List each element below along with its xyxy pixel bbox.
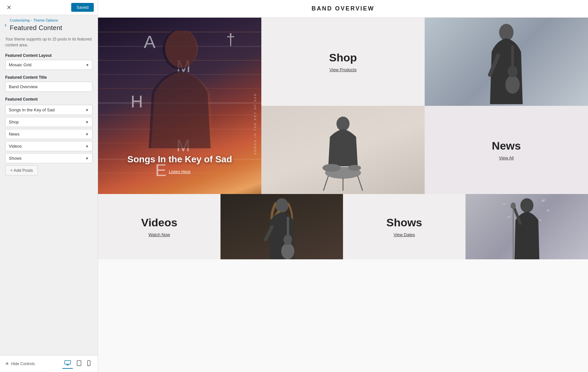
singer-figure xyxy=(501,194,553,259)
svg-point-24 xyxy=(520,198,533,213)
svg-rect-1 xyxy=(67,364,69,365)
grid-item-guitar-player xyxy=(220,194,343,259)
post-select-1[interactable]: Shop xyxy=(6,117,82,127)
typo-t: † xyxy=(226,30,235,49)
sidebar-content: Your theme supports up to 15 posts in it… xyxy=(0,32,98,355)
featured-item-title: Songs In the Key of Sad xyxy=(98,154,261,165)
shows-link[interactable]: View Dates xyxy=(394,232,415,237)
add-posts-button[interactable]: + Add Posts xyxy=(5,165,38,175)
section-title: Featured Content xyxy=(10,24,62,32)
svg-point-30 xyxy=(538,219,542,221)
drummer-placeholder xyxy=(261,106,425,194)
featured-listen-link[interactable]: Listen Here xyxy=(169,169,190,174)
guitarist-figure xyxy=(480,19,532,104)
svg-point-31 xyxy=(502,203,506,205)
preview-header: BAND OVERVIEW xyxy=(98,0,588,18)
singer-image-placeholder xyxy=(466,194,588,259)
desktop-icon-button[interactable] xyxy=(62,359,73,369)
featured-rotated-text: SONGS IN THE KEY OF SAD xyxy=(253,93,257,155)
svg-point-29 xyxy=(546,209,550,212)
post-select-row-2: News ▼ xyxy=(5,129,92,139)
layout-field-group: Featured Content Layout Mosaic Grid Slid… xyxy=(5,53,92,70)
bottom-row: Videos Watch Now xyxy=(98,194,588,259)
post-select-row-4: Shows ▼ xyxy=(5,153,92,163)
breadcrumb-theme-options[interactable]: Theme Options xyxy=(33,18,58,22)
featured-overlay: Songs In the Key of Sad Listen Here xyxy=(98,154,261,174)
layout-select[interactable]: Mosaic Grid Slider Grid xyxy=(5,60,92,70)
guitar-player-placeholder xyxy=(220,194,343,259)
featured-content-group: Featured Content Songs In the Key of Sad… xyxy=(5,97,92,175)
svg-point-4 xyxy=(79,365,79,365)
grid-item-singer-image xyxy=(466,194,588,259)
svg-line-18 xyxy=(358,176,363,191)
svg-rect-2 xyxy=(66,365,69,365)
svg-point-13 xyxy=(336,117,350,131)
helper-text: Your theme supports up to 15 posts in it… xyxy=(5,36,92,48)
post-select-4[interactable]: Shows xyxy=(6,154,82,163)
breadcrumb-customizing[interactable]: Customizing xyxy=(10,18,30,22)
post-chevron-4: ▼ xyxy=(82,156,92,160)
mobile-icon-button[interactable] xyxy=(85,359,92,369)
post-select-2[interactable]: News xyxy=(6,129,82,139)
svg-rect-0 xyxy=(65,361,71,364)
post-chevron-3: ▼ xyxy=(82,144,92,148)
back-button[interactable]: ‹ xyxy=(3,20,8,30)
customizer-sidebar: ✕ Saved ‹ Customizing • Theme Options Fe… xyxy=(0,0,98,372)
breadcrumb: Customizing • Theme Options xyxy=(10,18,62,22)
title-label: Featured Content Title xyxy=(5,75,92,80)
svg-point-11 xyxy=(505,75,520,94)
preview-title: BAND OVERVIEW xyxy=(312,5,375,12)
eye-icon: 👁 xyxy=(5,362,9,366)
tablet-icon-button[interactable] xyxy=(75,359,83,369)
layout-select-wrapper: Mosaic Grid Slider Grid ▼ xyxy=(5,60,92,70)
device-icons xyxy=(62,359,92,369)
breadcrumb-separator: • xyxy=(31,18,32,22)
post-select-3[interactable]: Videos xyxy=(6,141,82,151)
post-chevron-1: ▼ xyxy=(82,120,92,124)
svg-point-26 xyxy=(511,202,516,209)
grid-item-shop[interactable]: Shop View Products xyxy=(261,18,425,106)
grid-item-shows[interactable]: Shows View Dates xyxy=(343,194,466,259)
grid-item-featured[interactable]: A † M H M E Songs In the Key of Sad xyxy=(98,18,261,194)
hide-controls-button[interactable]: 👁 Hide Controls xyxy=(5,362,35,366)
svg-point-12 xyxy=(508,66,517,77)
post-select-0[interactable]: Songs In the Key of Sad xyxy=(6,105,82,115)
featured-background: A † M H M E Songs In the Key of Sad xyxy=(98,18,261,194)
drummer-figure xyxy=(310,107,376,192)
svg-line-17 xyxy=(323,176,328,191)
title-input[interactable] xyxy=(5,82,92,92)
news-label: News xyxy=(492,139,521,152)
grid-item-news[interactable]: News View All xyxy=(425,106,588,194)
shop-content: Shop View Products xyxy=(319,18,367,106)
svg-point-20 xyxy=(275,198,288,213)
preview-area: BAND OVERVIEW xyxy=(98,0,588,372)
news-link[interactable]: View All xyxy=(499,155,514,160)
post-chevron-0: ▼ xyxy=(82,108,92,112)
svg-point-28 xyxy=(541,199,545,202)
shop-label: Shop xyxy=(329,51,357,64)
saved-button[interactable]: Saved xyxy=(71,3,94,12)
sidebar-footer: 👁 Hide Controls xyxy=(0,355,98,372)
post-select-row-0: Songs In the Key of Sad ▼ xyxy=(5,105,92,115)
svg-point-8 xyxy=(165,31,198,68)
sidebar-topbar: ✕ Saved xyxy=(0,0,98,15)
svg-point-23 xyxy=(284,235,292,245)
svg-point-32 xyxy=(507,216,511,218)
mosaic-grid: A † M H M E Songs In the Key of Sad xyxy=(98,18,588,194)
layout-label: Featured Content Layout xyxy=(5,53,92,58)
videos-label: Videos xyxy=(141,216,177,229)
grid-item-shop-image xyxy=(425,18,588,106)
svg-point-16 xyxy=(348,165,361,171)
featured-content-label: Featured Content xyxy=(5,97,92,102)
shop-link[interactable]: View Products xyxy=(330,67,357,72)
shop-image-placeholder xyxy=(425,18,588,106)
post-select-row-3: Videos ▼ xyxy=(5,141,92,151)
videos-link[interactable]: Watch Now xyxy=(149,232,170,237)
guitar-player-figure xyxy=(253,194,311,259)
close-button[interactable]: ✕ xyxy=(4,3,14,12)
grid-item-drummer-image xyxy=(261,106,425,194)
grid-item-videos[interactable]: Videos Watch Now xyxy=(98,194,220,259)
hide-controls-label: Hide Controls xyxy=(11,362,35,366)
post-select-row-1: Shop ▼ xyxy=(5,117,92,127)
svg-point-6 xyxy=(89,365,89,365)
